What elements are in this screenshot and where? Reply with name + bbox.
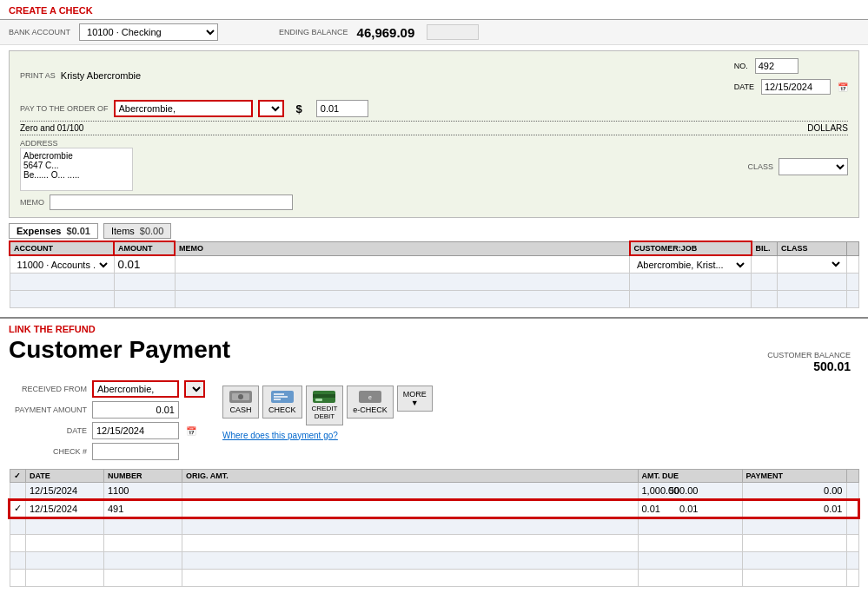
amt-due-col-header: AMT. DUE xyxy=(638,470,742,483)
account-select[interactable]: 11000 · Accounts ... xyxy=(14,259,110,271)
amount-header: AMOUNT xyxy=(114,241,175,255)
empty2-scroll xyxy=(847,291,859,308)
g5 xyxy=(638,552,742,570)
print-as-row: PRINT AS Kristy Abercrombie xyxy=(20,58,141,93)
empty-amount xyxy=(114,274,175,291)
date-input[interactable] xyxy=(761,79,831,95)
check-cell-2: ✓ xyxy=(10,500,26,517)
credit-icon xyxy=(312,390,336,404)
billable-cell[interactable] xyxy=(752,255,778,274)
address-label: ADDRESS xyxy=(20,139,133,148)
h3 xyxy=(104,570,182,587)
number-cell-1: 1100 xyxy=(104,483,182,500)
e7 xyxy=(846,517,858,535)
customer-job-header: CUSTOMER:JOB xyxy=(630,241,752,255)
payment-date-label: DATE xyxy=(9,426,87,435)
tabs-row: Expenses $0.01 Items $0.00 xyxy=(9,223,859,239)
row-class-select[interactable] xyxy=(781,258,843,270)
payment-left: RECEIVED FROM PAYMENT AMOUNT DATE 📅 CHEC… xyxy=(9,380,205,460)
memo-input[interactable] xyxy=(50,194,293,210)
svg-point-2 xyxy=(238,394,243,399)
empty2-account xyxy=(10,291,114,308)
amount-cell[interactable] xyxy=(114,255,175,274)
print-as-value: Kristy Abercrombie xyxy=(61,70,141,81)
svg-text:e: e xyxy=(368,394,372,400)
received-from-input[interactable] xyxy=(92,380,179,398)
h4 xyxy=(182,570,639,587)
svg-rect-9 xyxy=(315,399,322,401)
received-from-select[interactable] xyxy=(184,380,205,398)
link-refund-title: LINK THE REFUND xyxy=(0,319,868,336)
more-button[interactable]: MORE ▼ xyxy=(397,386,433,412)
empty2-class xyxy=(778,291,847,308)
expenses-table: ACCOUNT AMOUNT MEMO CUSTOMER:JOB BIL. CL… xyxy=(9,241,859,308)
date-cell-1: 12/15/2024 xyxy=(26,483,104,500)
f2 xyxy=(26,535,104,552)
cash-icon xyxy=(229,390,253,404)
empty2-cj xyxy=(630,291,752,308)
date-row: DATE 📅 xyxy=(734,79,848,95)
class-header: CLASS xyxy=(778,241,847,255)
dollars-label: DOLLARS xyxy=(807,123,848,133)
amount-field[interactable] xyxy=(118,258,171,271)
bank-account-select[interactable]: 10100 · Checking xyxy=(79,23,218,41)
customer-job-select[interactable]: Abercrombie, Krist... xyxy=(633,259,747,271)
payment-col-header: PAYMENT xyxy=(742,470,846,483)
payment-methods: CASH CHECK xyxy=(222,386,433,425)
items-tab[interactable]: Items $0.00 xyxy=(103,223,171,239)
check-button[interactable]: CHECK xyxy=(262,386,302,419)
class-select[interactable] xyxy=(779,158,848,175)
e6 xyxy=(742,517,846,535)
payment-amount-input[interactable] xyxy=(92,401,179,419)
no-label: NO. xyxy=(734,62,748,70)
e1 xyxy=(10,517,26,535)
g7 xyxy=(846,552,858,570)
g4 xyxy=(182,552,639,570)
customer-balance-section: CUSTOMER BALANCE 500.01 xyxy=(767,351,859,373)
expenses-tab[interactable]: Expenses $0.01 xyxy=(9,223,98,239)
h1 xyxy=(10,570,26,587)
credit-debit-button[interactable]: CREDITDEBIT xyxy=(306,386,344,425)
f5 xyxy=(638,535,742,552)
pay-to-input[interactable] xyxy=(114,100,253,117)
table-row: 11000 · Accounts ... Abercrombie, Krist.… xyxy=(10,255,859,274)
check-no-row: CHECK # xyxy=(9,443,205,460)
account-cell: 11000 · Accounts ... xyxy=(10,255,114,274)
scrollbar-spacer xyxy=(847,241,859,255)
payment-table-row-highlighted: ✓ 12/15/2024 491 0.01 0.01 0.01 xyxy=(10,500,858,517)
f1 xyxy=(10,535,26,552)
no-input[interactable] xyxy=(755,58,798,74)
echeck-button[interactable]: e e-CHECK xyxy=(347,386,394,419)
check-no-input[interactable] xyxy=(92,443,179,460)
memo-header: MEMO xyxy=(175,241,630,255)
e4 xyxy=(182,517,639,535)
number-cell-2: 491 xyxy=(104,500,182,517)
payment-date-input[interactable] xyxy=(92,422,179,439)
received-from-label: RECEIVED FROM xyxy=(9,385,87,393)
payment-table-row-empty xyxy=(10,552,858,570)
payment-table-row-empty xyxy=(10,535,858,552)
address-line1: Abercrombie xyxy=(23,151,129,161)
address-line2: 5647 C... xyxy=(23,161,129,170)
empty-cj xyxy=(630,274,752,291)
cash-button[interactable]: CASH xyxy=(222,386,259,419)
empty-bil xyxy=(752,274,778,291)
h2 xyxy=(26,570,104,587)
where-payment-link[interactable]: Where does this payment go? xyxy=(222,431,433,440)
memo-cell[interactable] xyxy=(175,255,630,274)
calendar-icon[interactable]: 📅 xyxy=(838,82,848,92)
payment-calendar-icon[interactable]: 📅 xyxy=(186,426,196,436)
f7 xyxy=(846,535,858,552)
address-line3: Be...... O... ..... xyxy=(23,170,129,180)
h5 xyxy=(638,570,742,587)
pay-to-select[interactable] xyxy=(258,100,284,117)
dollars-row: Zero and 01/100 DOLLARS xyxy=(20,121,848,135)
payment-table: ✓ DATE NUMBER ORIG. AMT. AMT. DUE PAYMEN… xyxy=(9,469,859,587)
amount-input[interactable] xyxy=(316,100,368,117)
bank-account-row: BANK ACCOUNT 10100 · Checking ENDING BAL… xyxy=(0,20,868,45)
billable-header: BIL. xyxy=(752,241,778,255)
orig-amt-cell-2 xyxy=(182,500,639,517)
create-check-title: CREATE A CHECK xyxy=(0,0,868,20)
dollars-text: Zero and 01/100 xyxy=(20,123,83,133)
empty2-amount xyxy=(114,291,175,308)
